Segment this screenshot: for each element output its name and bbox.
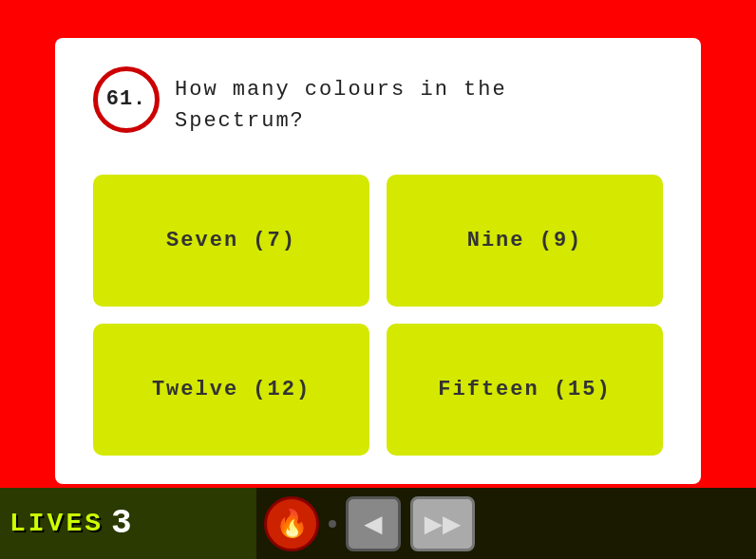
- answer-button-4[interactable]: Fifteen (15): [387, 324, 663, 456]
- lives-label: LIVES: [9, 509, 104, 538]
- answer-button-3[interactable]: Twelve (12): [93, 324, 369, 456]
- lives-count: 3: [111, 504, 132, 543]
- hud-bar: LIVES 3 ⛑ 🔒 🧪 🔥 ◀ ▶▶: [0, 488, 756, 559]
- dot-separator-4: [329, 520, 336, 528]
- arrow-right-icon[interactable]: ▶▶: [410, 496, 475, 551]
- quiz-card: 61. How many colours in the Spectrum? Se…: [55, 38, 701, 484]
- question-area: 61. How many colours in the Spectrum?: [93, 66, 663, 137]
- question-text: How many colours in the Spectrum?: [175, 66, 507, 137]
- answers-grid: Seven (7) Nine (9) Twelve (12) Fifteen (…: [93, 175, 663, 456]
- answer-button-2[interactable]: Nine (9): [387, 175, 663, 307]
- lives-area: LIVES 3: [0, 488, 256, 559]
- answer-button-1[interactable]: Seven (7): [93, 175, 369, 307]
- arrow-left-icon[interactable]: ◀: [346, 496, 401, 551]
- fire-icon[interactable]: 🔥: [264, 496, 319, 551]
- question-number: 61.: [93, 66, 160, 133]
